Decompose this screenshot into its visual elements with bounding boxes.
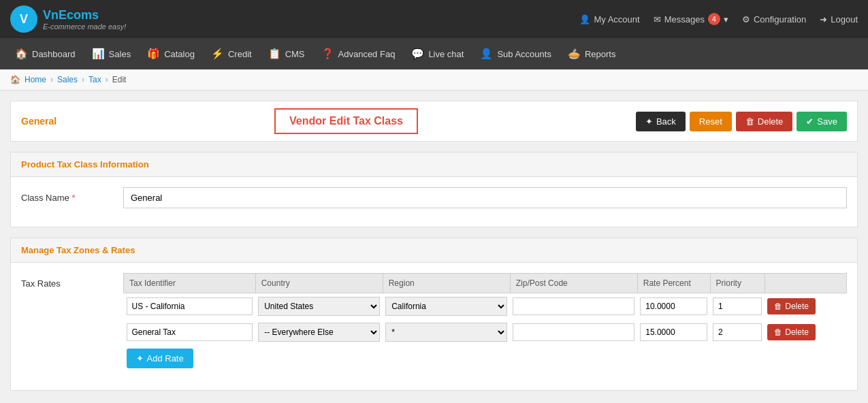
th-zip: Zip/Post Code [510, 274, 637, 293]
nav-cms[interactable]: 📋 CMS [260, 38, 313, 69]
delete-button[interactable]: 🗑 Delete [736, 112, 793, 131]
region-cell-1: California [383, 293, 510, 320]
nav-chat[interactable]: 💬 Live chat [403, 38, 472, 69]
tax-row-1: United States California [124, 293, 847, 320]
priority-input-2[interactable] [713, 323, 762, 341]
zip-input-1[interactable] [513, 297, 634, 315]
page-title: Vendor Edit Tax Class [289, 115, 403, 127]
add-rate-row: ✦ Add Rate [124, 345, 847, 372]
breadcrumb-home[interactable]: Home [25, 75, 46, 84]
nav-dashboard[interactable]: 🏠 Dashboard [7, 38, 84, 69]
envelope-icon: ✉ [654, 14, 661, 25]
tax-rates-row: Tax Rates Tax Identifier Country Region … [21, 273, 847, 372]
rate-input-2[interactable] [640, 323, 707, 341]
required-indicator: * [71, 193, 75, 203]
reports-icon: 🥧 [568, 48, 581, 60]
general-label: General [21, 116, 57, 127]
reset-button[interactable]: Reset [690, 112, 732, 131]
region-select-1[interactable]: California [385, 297, 507, 316]
trash-row1-icon: 🗑 [774, 302, 782, 311]
main-nav: 🏠 Dashboard 📊 Sales 🎁 Catalog ⚡ Credit 📋… [0, 38, 868, 69]
chat-icon: 💬 [411, 48, 424, 60]
taxid-cell-2 [124, 319, 256, 345]
region-select-2[interactable]: * [385, 323, 507, 342]
class-name-row: Class Name * [21, 187, 847, 208]
add-rate-button[interactable]: ✦ Add Rate [127, 349, 193, 368]
back-button[interactable]: ✦ Back [636, 112, 686, 131]
region-cell-2: * [383, 319, 510, 345]
nav-sales[interactable]: 📊 Sales [84, 38, 140, 69]
breadcrumb-edit: Edit [112, 75, 127, 84]
my-account-link[interactable]: 👤 My Account [579, 14, 639, 25]
tax-table-head: Tax Identifier Country Region Zip/Post C… [124, 274, 847, 293]
country-cell-2: -- Everywhere Else [255, 319, 383, 345]
breadcrumb-sales[interactable]: Sales [57, 75, 78, 84]
credit-icon: ⚡ [211, 48, 224, 60]
logout-link[interactable]: ➜ Logout [820, 14, 858, 25]
priority-cell-2 [710, 319, 765, 345]
logout-icon: ➜ [820, 14, 827, 25]
tax-identifier-input-1[interactable] [127, 297, 253, 315]
tax-table-header-row: Tax Identifier Country Region Zip/Post C… [124, 274, 847, 293]
country-select-1[interactable]: United States [258, 297, 380, 316]
message-badge: 4 [708, 13, 720, 25]
class-name-label: Class Name * [21, 187, 123, 203]
tax-rates-label: Tax Rates [21, 273, 123, 289]
save-button[interactable]: ✔ Save [797, 112, 847, 131]
tax-rates-table: Tax Identifier Country Region Zip/Post C… [123, 273, 847, 372]
logo-area: V VnEcoms E-commerce made easy! [10, 5, 126, 33]
zip-cell-2 [510, 319, 637, 345]
taxid-cell-1 [124, 293, 256, 320]
user-icon: 👤 [579, 14, 590, 25]
messages-link[interactable]: ✉ Messages 4 ▾ [654, 13, 728, 25]
delete-row-2-button[interactable]: 🗑 Delete [767, 324, 816, 340]
zip-cell-1 [510, 293, 637, 320]
page-title-box: Vendor Edit Tax Class [274, 108, 418, 134]
nav-subaccounts[interactable]: 👤 Sub Accounts [472, 38, 560, 69]
title-bar: General Vendor Edit Tax Class ✦ Back Res… [10, 101, 858, 142]
country-select-2[interactable]: -- Everywhere Else [258, 323, 380, 342]
configuration-link[interactable]: ⚙ Configuration [742, 14, 806, 25]
top-nav-right: 👤 My Account ✉ Messages 4 ▾ ⚙ Configurat… [579, 13, 858, 25]
action-cell-2: 🗑 Delete [765, 319, 846, 345]
logo-tagline: E-commerce made easy! [43, 22, 126, 31]
breadcrumb: 🏠 Home › Sales › Tax › Edit [0, 69, 868, 91]
dropdown-arrow-icon: ▾ [724, 14, 728, 25]
rate-input-1[interactable] [640, 297, 707, 315]
nav-credit[interactable]: ⚡ Credit [203, 38, 260, 69]
product-tax-class-header: Product Tax Class Information [11, 152, 857, 177]
breadcrumb-tax[interactable]: Tax [89, 75, 101, 84]
back-icon: ✦ [645, 116, 653, 127]
action-cell-1: 🗑 Delete [765, 293, 846, 320]
logo-icon: V [10, 5, 37, 33]
dashboard-icon: 🏠 [15, 48, 28, 60]
nav-catalog[interactable]: 🎁 Catalog [139, 38, 203, 69]
sales-icon: 📊 [92, 48, 105, 60]
th-rate-percent: Rate Percent [637, 274, 710, 293]
manage-tax-zones-header: Manage Tax Zones & Rates [11, 238, 857, 263]
trash-row2-icon: 🗑 [774, 327, 782, 337]
check-icon: ✔ [806, 116, 814, 127]
add-rate-cell: ✦ Add Rate [124, 345, 847, 372]
product-tax-class-card: Product Tax Class Information Class Name… [10, 152, 858, 227]
home-icon: 🏠 [10, 75, 20, 84]
zip-input-2[interactable] [513, 323, 634, 341]
rate-cell-1 [637, 293, 710, 320]
tax-rates-table-container: Tax Identifier Country Region Zip/Post C… [123, 273, 847, 372]
top-bar: V VnEcoms E-commerce made easy! 👤 My Acc… [0, 0, 868, 38]
priority-input-1[interactable] [713, 297, 762, 315]
th-tax-identifier: Tax Identifier [124, 274, 256, 293]
priority-cell-1 [710, 293, 765, 320]
class-name-input[interactable] [123, 187, 847, 208]
delete-row-1-button[interactable]: 🗑 Delete [767, 298, 816, 315]
subaccounts-icon: 👤 [480, 48, 493, 60]
tax-identifier-input-2[interactable] [127, 323, 253, 341]
nav-reports[interactable]: 🥧 Reports [560, 38, 624, 69]
nav-faq[interactable]: ❓ Advanced Faq [313, 38, 404, 69]
rate-cell-2 [637, 319, 710, 345]
th-country: Country [255, 274, 383, 293]
trash-icon: 🗑 [745, 116, 754, 127]
tax-table-body: United States California [124, 293, 847, 372]
logo-name: VnEcoms [43, 8, 126, 22]
tax-row-2: -- Everywhere Else * [124, 319, 847, 345]
